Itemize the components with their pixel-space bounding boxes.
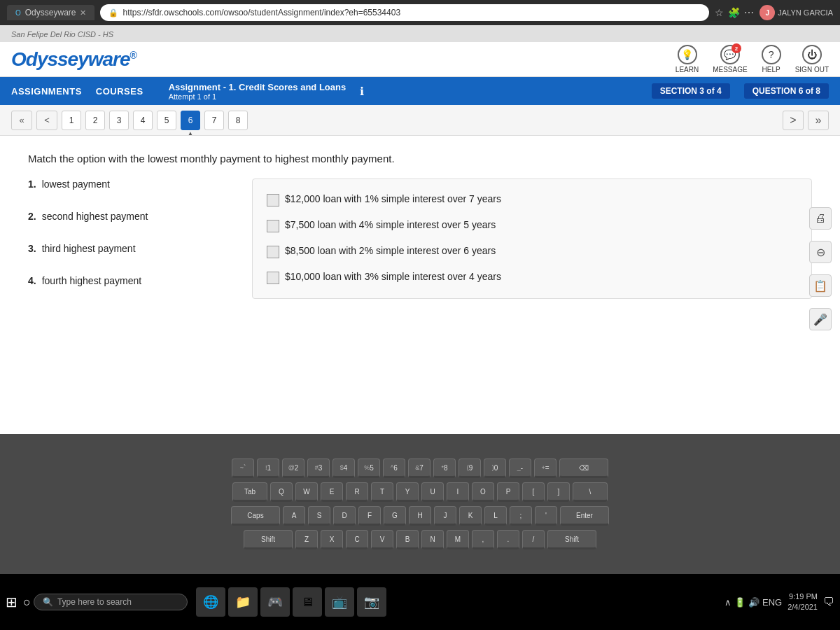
- kb-e[interactable]: E: [321, 482, 343, 502]
- kb-minus[interactable]: _-: [509, 458, 531, 478]
- kb-comma[interactable]: ,: [472, 530, 494, 550]
- network-icon[interactable]: ∧: [724, 597, 732, 608]
- extensions-icon[interactable]: 🧩: [728, 7, 740, 18]
- kb-lshift[interactable]: Shift: [244, 530, 293, 550]
- kb-p[interactable]: P: [497, 482, 519, 502]
- nav-next-button[interactable]: >: [783, 111, 804, 130]
- language-label[interactable]: ENG: [762, 597, 782, 608]
- kb-v[interactable]: V: [371, 530, 393, 550]
- kb-quote[interactable]: ': [535, 506, 557, 526]
- kb-8[interactable]: *8: [433, 458, 456, 478]
- kb-7[interactable]: &7: [408, 458, 430, 478]
- kb-5[interactable]: %5: [358, 458, 380, 478]
- kb-h[interactable]: H: [409, 506, 431, 526]
- right-checkbox-3[interactable]: [267, 246, 279, 258]
- address-bar[interactable]: 🔒 https://sfdr.owschools.com/owsoo/stude…: [100, 4, 709, 21]
- taskbar-app-1[interactable]: 🌐: [196, 587, 225, 617]
- taskbar-search-bar[interactable]: 🔍 Type here to search: [34, 594, 188, 610]
- nav-num-2[interactable]: 2: [85, 111, 105, 130]
- nav-num-5[interactable]: 5: [157, 111, 176, 130]
- kb-f[interactable]: F: [358, 506, 381, 526]
- kb-w[interactable]: W: [295, 482, 318, 502]
- kb-c[interactable]: C: [346, 530, 368, 550]
- nav-last-button[interactable]: »: [808, 111, 829, 130]
- nav-num-6[interactable]: 6: [181, 111, 200, 130]
- taskbar-app-6[interactable]: 📷: [357, 587, 386, 617]
- kb-m[interactable]: M: [447, 530, 469, 550]
- print-icon[interactable]: 🖨: [809, 207, 832, 230]
- kb-enter[interactable]: Enter: [560, 506, 609, 526]
- star-icon[interactable]: ☆: [715, 7, 724, 18]
- kb-n[interactable]: N: [421, 530, 444, 550]
- kb-a[interactable]: A: [283, 506, 305, 526]
- kb-s[interactable]: S: [308, 506, 330, 526]
- help-question-icon[interactable]: ⊖: [809, 241, 832, 263]
- kb-o[interactable]: O: [472, 482, 494, 502]
- kb-y[interactable]: Y: [396, 482, 419, 502]
- kb-rshift[interactable]: Shift: [547, 530, 596, 550]
- courses-link[interactable]: COURSES: [96, 86, 144, 97]
- notes-icon[interactable]: 📋: [809, 274, 832, 297]
- battery-icon[interactable]: 🔋: [734, 597, 746, 608]
- kb-3[interactable]: #3: [307, 458, 330, 478]
- kb-backslash[interactable]: \: [573, 482, 608, 502]
- right-item-1[interactable]: $12,000 loan with 1% simple interest ove…: [267, 190, 797, 209]
- kb-l[interactable]: L: [484, 506, 507, 526]
- kb-q[interactable]: Q: [270, 482, 293, 502]
- search-circle-icon[interactable]: ○: [23, 595, 31, 610]
- kb-u[interactable]: U: [421, 482, 444, 502]
- kb-tilde[interactable]: ~`: [232, 458, 254, 478]
- kb-capslock[interactable]: Caps: [231, 506, 280, 526]
- assignments-link[interactable]: ASSIGNMENTS: [11, 86, 82, 97]
- tab-close-icon[interactable]: ✕: [80, 8, 86, 18]
- right-checkbox-2[interactable]: [267, 220, 279, 232]
- kb-9[interactable]: (9: [458, 458, 481, 478]
- kb-rbracket[interactable]: ]: [547, 482, 570, 502]
- kb-backspace[interactable]: ⌫: [559, 458, 608, 478]
- message-nav-item[interactable]: 💬 2 MESSAGE: [713, 45, 747, 74]
- browser-tab[interactable]: O Odysseyware ✕: [7, 5, 94, 20]
- kb-0[interactable]: )0: [484, 458, 506, 478]
- nav-num-1[interactable]: 1: [62, 111, 81, 130]
- kb-4[interactable]: $4: [332, 458, 355, 478]
- kb-period[interactable]: .: [497, 530, 519, 550]
- kb-x[interactable]: X: [321, 530, 343, 550]
- taskbar-app-2[interactable]: 📁: [228, 587, 258, 617]
- kb-slash[interactable]: /: [522, 530, 545, 550]
- kb-z[interactable]: Z: [295, 530, 318, 550]
- help-nav-item[interactable]: ? HELP: [762, 45, 781, 74]
- kb-b[interactable]: B: [396, 530, 419, 550]
- windows-start-icon[interactable]: ⊞: [6, 594, 18, 610]
- kb-r[interactable]: R: [346, 482, 368, 502]
- learn-nav-item[interactable]: 💡 LEARN: [676, 45, 699, 74]
- kb-i[interactable]: I: [447, 482, 469, 502]
- taskbar-app-4[interactable]: 🖥: [293, 587, 322, 617]
- info-icon[interactable]: ℹ: [360, 85, 364, 98]
- kb-6[interactable]: ^6: [383, 458, 405, 478]
- right-item-3[interactable]: $8,500 loan with 2% simple interest over…: [267, 242, 797, 261]
- right-checkbox-1[interactable]: [267, 194, 279, 206]
- sign-out-nav-item[interactable]: ⏻ SIGN OUT: [795, 45, 829, 74]
- nav-num-7[interactable]: 7: [204, 111, 224, 130]
- kb-j[interactable]: J: [434, 506, 456, 526]
- notification-icon[interactable]: 🗨: [823, 596, 834, 608]
- taskbar-app-5[interactable]: 📺: [325, 587, 354, 617]
- kb-2[interactable]: @2: [282, 458, 304, 478]
- nav-first-button[interactable]: «: [11, 111, 32, 130]
- kb-1[interactable]: !1: [257, 458, 279, 478]
- kb-lbracket[interactable]: [: [522, 482, 545, 502]
- right-item-4[interactable]: $10,000 loan with 3% simple interest ove…: [267, 268, 797, 287]
- more-icon[interactable]: ⋯: [744, 7, 754, 18]
- taskbar-app-3[interactable]: 🎮: [260, 587, 290, 617]
- volume-icon[interactable]: 🔊: [748, 597, 760, 608]
- avatar[interactable]: J: [760, 5, 775, 20]
- kb-d[interactable]: D: [333, 506, 356, 526]
- kb-t[interactable]: T: [371, 482, 393, 502]
- kb-equal[interactable]: +=: [534, 458, 556, 478]
- nav-num-3[interactable]: 3: [109, 111, 129, 130]
- kb-tab[interactable]: Tab: [232, 482, 267, 502]
- right-checkbox-4[interactable]: [267, 272, 279, 284]
- nav-prev-button[interactable]: <: [36, 111, 57, 130]
- right-item-2[interactable]: $7,500 loan with 4% simple interest over…: [267, 216, 797, 235]
- kb-k[interactable]: K: [459, 506, 482, 526]
